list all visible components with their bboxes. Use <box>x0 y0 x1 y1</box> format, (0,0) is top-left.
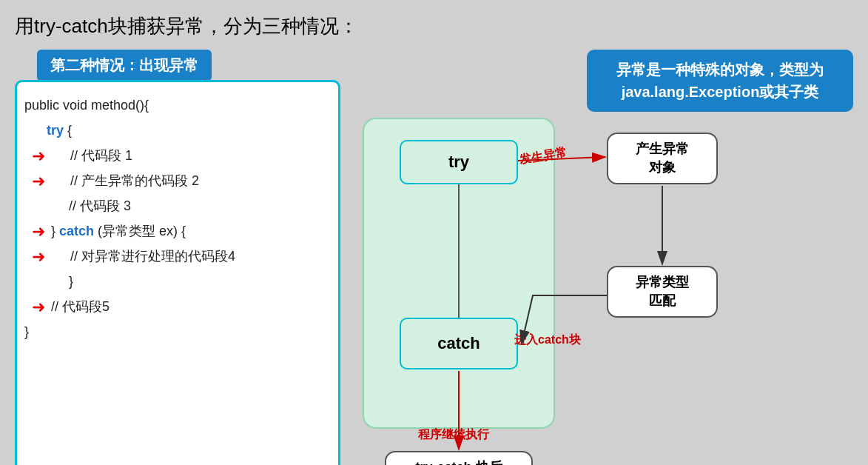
code-line-2: try { <box>24 118 328 143</box>
right-panel: 异常是一种特殊的对象，类型为 java.lang.Exception或其子类 t… <box>363 50 853 465</box>
code-line-4: ➜ // 产生异常的代码段 2 <box>24 168 328 193</box>
info-box: 异常是一种特殊的对象，类型为 java.lang.Exception或其子类 <box>587 50 853 112</box>
vert-connector-line <box>458 184 460 318</box>
main-container: 用try-catch块捕获异常，分为三种情况： 第二种情况：出现异常 publi… <box>0 0 868 465</box>
flow-diagram: try catch try-catch 块后的代码段 产生异常对象 <box>363 118 792 465</box>
case-label: 第二种情况：出现异常 <box>37 50 212 81</box>
code-line-7: ➜ // 对异常进行处理的代码段4 <box>24 244 328 269</box>
after-box: try-catch 块后的代码段 <box>385 451 533 465</box>
arrow-icon-4: ➜ <box>32 244 45 269</box>
arrow-label-jixu: 程序继续执行 <box>418 427 489 443</box>
code-line-9: ➜ // 代码段5 <box>24 294 328 319</box>
arrow-icon-2: ➜ <box>32 169 45 193</box>
catch-box: catch <box>400 318 518 369</box>
try-box: try <box>400 140 518 184</box>
produce-box: 产生异常对象 <box>607 133 718 184</box>
arrow-icon-3: ➜ <box>32 219 45 244</box>
arrow-icon-5: ➜ <box>32 295 45 319</box>
code-line-3: ➜ // 代码段 1 <box>24 143 328 168</box>
code-line-1: public void method(){ <box>24 93 328 118</box>
match-box: 异常类型匹配 <box>607 266 718 318</box>
content-row: 第二种情况：出现异常 public void method(){ try { ➜… <box>15 50 853 465</box>
code-line-10: } <box>24 319 328 344</box>
arrow-label-jinru: 进入catch块 <box>514 332 581 348</box>
code-box: public void method(){ try { ➜ // 代码段 1 ➜… <box>15 80 340 465</box>
left-panel: 第二种情况：出现异常 public void method(){ try { ➜… <box>15 50 340 465</box>
page-title: 用try-catch块捕获异常，分为三种情况： <box>15 13 853 39</box>
code-line-5: // 代码段 3 <box>24 193 328 218</box>
arrow-icon-1: ➜ <box>32 144 45 168</box>
code-line-8: } <box>24 269 328 294</box>
code-line-6: ➜ } catch (异常类型 ex) { <box>24 218 328 244</box>
